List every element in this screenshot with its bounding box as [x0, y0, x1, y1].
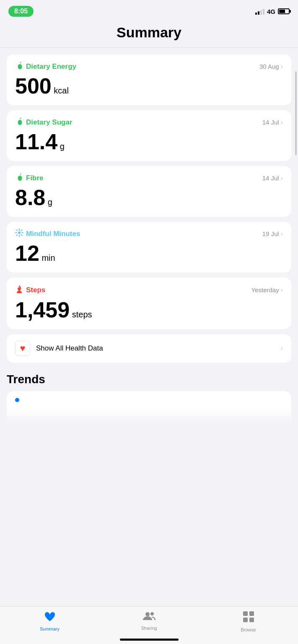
- card-label-mindful-minutes: Mindful Minutes: [15, 229, 80, 239]
- card-icon-dietary-sugar: [15, 117, 23, 127]
- tab-summary-label: Summary: [40, 626, 60, 631]
- card-value-fibre: 8.8 g: [15, 187, 283, 208]
- card-header-steps: Steps Yesterday ›: [15, 284, 283, 296]
- card-date-mindful-minutes: 19 Jul ›: [262, 230, 283, 238]
- svg-rect-12: [249, 611, 254, 616]
- svg-line-8: [16, 235, 17, 236]
- health-card-mindful-minutes[interactable]: Mindful Minutes 19 Jul › 12 min: [7, 222, 291, 273]
- card-label-text-mindful-minutes: Mindful Minutes: [26, 230, 80, 238]
- trends-dot: [15, 398, 19, 402]
- svg-point-0: [18, 231, 21, 234]
- card-date-steps: Yesterday ›: [251, 286, 283, 294]
- card-chevron-steps: ›: [281, 286, 283, 294]
- svg-rect-11: [243, 611, 248, 616]
- card-label-dietary-sugar: Dietary Sugar: [15, 117, 73, 127]
- card-icon-fibre: [15, 173, 23, 183]
- card-header-fibre: Fibre 14 Jul ›: [15, 173, 283, 183]
- card-chevron-mindful-minutes: ›: [281, 230, 283, 238]
- health-card-fibre[interactable]: Fibre 14 Jul › 8.8 g: [7, 166, 291, 217]
- svg-point-9: [145, 612, 150, 616]
- card-unit-mindful-minutes: min: [39, 253, 55, 262]
- show-all-label: Show All Health Data: [36, 344, 103, 353]
- health-heart-icon: ♥: [15, 341, 30, 356]
- card-header-dietary-energy: Dietary Energy 30 Aug ›: [15, 61, 283, 72]
- show-all-left: ♥ Show All Health Data: [15, 341, 103, 356]
- card-unit-dietary-sugar: g: [57, 142, 65, 151]
- page-header: Summary: [0, 21, 298, 48]
- trends-title: Trends: [7, 373, 291, 386]
- tab-sharing-label: Sharing: [141, 626, 157, 631]
- card-icon-steps: [15, 284, 23, 296]
- card-value-dietary-energy: 500 kcal: [15, 75, 283, 97]
- summary-heart-icon: [44, 611, 56, 625]
- status-time: 8:05: [8, 6, 34, 17]
- card-label-text-dietary-sugar: Dietary Sugar: [26, 118, 73, 127]
- card-icon-mindful-minutes: [15, 229, 23, 239]
- trends-card[interactable]: [7, 391, 291, 425]
- card-unit-fibre: g: [45, 197, 52, 207]
- svg-line-7: [21, 230, 22, 231]
- svg-rect-13: [243, 618, 248, 622]
- health-cards-container: Dietary Energy 30 Aug › 500 kcal Dietary…: [7, 55, 291, 329]
- svg-point-10: [150, 612, 154, 615]
- card-value-dietary-sugar: 11.4 g: [15, 131, 283, 153]
- page-title: Summary: [8, 24, 290, 41]
- card-label-text-fibre: Fibre: [26, 174, 44, 182]
- card-header-dietary-sugar: Dietary Sugar 14 Jul ›: [15, 117, 283, 127]
- card-label-fibre: Fibre: [15, 173, 44, 183]
- card-chevron-dietary-sugar: ›: [281, 119, 283, 126]
- card-date-dietary-sugar: 14 Jul ›: [262, 119, 283, 126]
- card-label-text-dietary-energy: Dietary Energy: [26, 62, 76, 71]
- status-right: 4G: [255, 8, 290, 15]
- card-label-steps: Steps: [15, 284, 45, 296]
- battery-icon: [278, 8, 290, 14]
- card-unit-dietary-energy: kcal: [52, 86, 69, 95]
- card-unit-steps: steps: [70, 310, 92, 319]
- card-header-mindful-minutes: Mindful Minutes 19 Jul ›: [15, 229, 283, 239]
- card-date-fibre: 14 Jul ›: [262, 174, 283, 182]
- card-label-dietary-energy: Dietary Energy: [15, 61, 76, 72]
- svg-line-6: [21, 235, 22, 236]
- card-value-steps: 1,459 steps: [15, 299, 283, 321]
- home-indicator: [120, 639, 179, 641]
- tab-summary[interactable]: Summary: [0, 611, 99, 631]
- card-date-dietary-energy: 30 Aug ›: [259, 63, 283, 70]
- show-all-health-data-card[interactable]: ♥ Show All Health Data ›: [7, 334, 291, 363]
- browse-grid-icon: [243, 611, 254, 626]
- main-content: Dietary Energy 30 Aug › 500 kcal Dietary…: [0, 48, 298, 363]
- show-all-chevron-icon: ›: [281, 345, 283, 352]
- card-value-mindful-minutes: 12 min: [15, 242, 283, 264]
- status-bar: 8:05 4G: [0, 0, 298, 21]
- card-icon-dietary-energy: [15, 61, 23, 72]
- signal-icon: [255, 8, 264, 15]
- card-label-text-steps: Steps: [26, 286, 45, 294]
- card-chevron-fibre: ›: [281, 174, 283, 182]
- health-card-dietary-sugar[interactable]: Dietary Sugar 14 Jul › 11.4 g: [7, 110, 291, 161]
- svg-line-5: [16, 230, 17, 231]
- sharing-people-icon: [143, 611, 155, 624]
- svg-rect-14: [249, 618, 254, 622]
- health-card-dietary-energy[interactable]: Dietary Energy 30 Aug › 500 kcal: [7, 55, 291, 105]
- scrollbar[interactable]: [295, 71, 297, 155]
- tab-browse[interactable]: Browse: [199, 611, 298, 632]
- tab-browse-label: Browse: [241, 627, 256, 632]
- health-card-steps[interactable]: Steps Yesterday › 1,459 steps: [7, 278, 291, 329]
- trends-section: Trends: [0, 373, 298, 425]
- card-chevron-dietary-energy: ›: [281, 63, 283, 70]
- network-label: 4G: [267, 8, 275, 15]
- tab-sharing[interactable]: Sharing: [99, 611, 199, 631]
